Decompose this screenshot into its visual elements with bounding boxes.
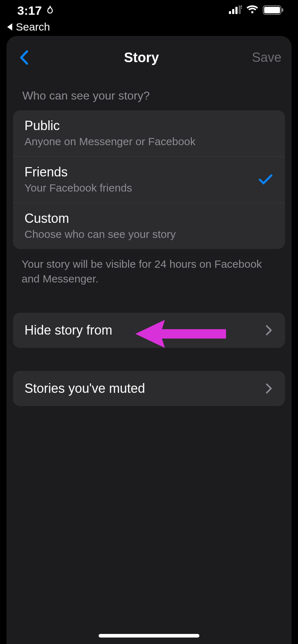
option-title: Public <box>24 118 274 133</box>
battery-icon <box>263 4 284 18</box>
status-right: ! <box>229 4 284 18</box>
back-triangle-icon <box>7 23 12 31</box>
wifi-icon <box>246 4 258 18</box>
page-title: Story <box>124 50 159 65</box>
row-label: Hide story from <box>24 323 112 338</box>
option-title: Friends <box>24 165 258 180</box>
svg-rect-0 <box>229 11 231 14</box>
chevron-right-icon <box>264 382 274 395</box>
back-button[interactable] <box>17 48 31 67</box>
svg-rect-6 <box>264 7 280 13</box>
status-time: 3:17 <box>17 4 42 18</box>
option-subtitle: Your Facebook friends <box>24 182 258 194</box>
nav-back-label: Search <box>16 21 50 33</box>
sheet-header: Story Save <box>6 45 292 70</box>
svg-rect-1 <box>232 9 234 14</box>
section-heading: Who can see your story? <box>6 70 292 110</box>
status-left: 3:17 <box>17 4 55 18</box>
checkmark-icon <box>258 171 274 187</box>
svg-rect-2 <box>235 7 238 14</box>
chevron-right-icon <box>264 324 274 337</box>
option-subtitle: Choose who can see your story <box>24 228 274 240</box>
settings-sheet: Story Save Who can see your story? Publi… <box>6 36 292 644</box>
hide-story-from-row[interactable]: Hide story from <box>13 313 285 348</box>
option-subtitle: Anyone on Messenger or Facebook <box>24 135 274 148</box>
save-button[interactable]: Save <box>252 50 281 65</box>
row-label: Stories you've muted <box>24 381 145 396</box>
section-footer: Your story will be visible for 24 hours … <box>6 249 292 286</box>
stories-muted-row[interactable]: Stories you've muted <box>13 371 285 406</box>
status-bar: 3:17 ! <box>0 0 298 21</box>
nav-back-search[interactable]: Search <box>0 21 298 36</box>
audience-options-card: Public Anyone on Messenger or Facebook F… <box>13 110 285 249</box>
svg-rect-7 <box>282 8 283 12</box>
home-indicator[interactable] <box>99 634 199 638</box>
svg-text:!: ! <box>241 5 242 10</box>
option-custom[interactable]: Custom Choose who can see your story <box>13 203 285 249</box>
option-friends[interactable]: Friends Your Facebook friends <box>13 156 285 203</box>
flame-icon <box>45 5 55 16</box>
option-public[interactable]: Public Anyone on Messenger or Facebook <box>13 110 285 156</box>
option-title: Custom <box>24 211 274 226</box>
cellular-icon: ! <box>229 4 242 18</box>
